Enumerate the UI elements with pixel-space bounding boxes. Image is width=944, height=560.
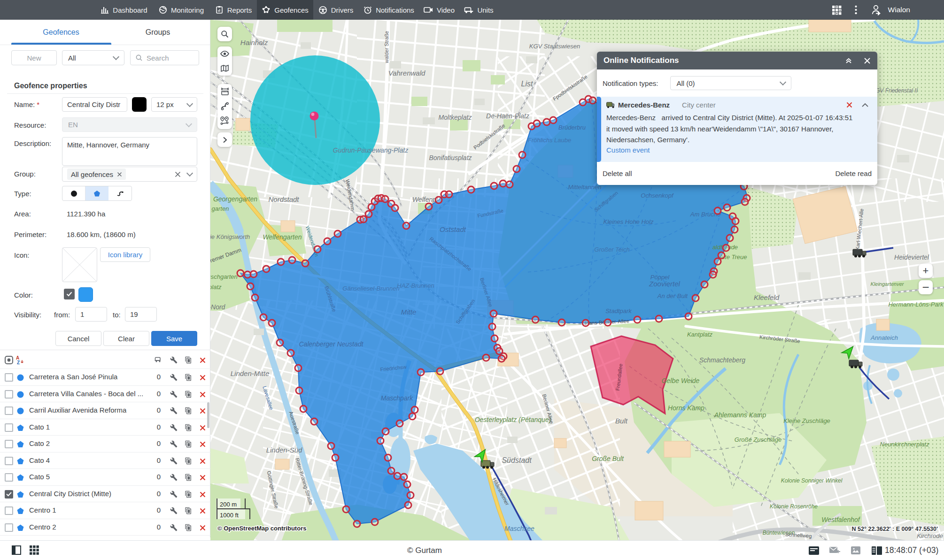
svg-text:Oststadt: Oststadt (440, 225, 466, 233)
svg-text:Kleefeld: Kleefeld (754, 293, 780, 301)
svg-text:KGV Staatswiesen: KGV Staatswiesen (529, 43, 580, 50)
svg-text:N 52° 22.3622' : E 009° 47.553: N 52° 22.3622' : E 009° 47.5530' (852, 526, 938, 532)
svg-text:Kantplatz: Kantplatz (687, 331, 713, 338)
svg-text:Hermann-Löns-Park: Hermann-Löns-Park (888, 301, 944, 308)
svg-text:200 m: 200 m (220, 501, 237, 508)
svg-text:HAZ-Brunnen: HAZ-Brunnen (397, 282, 434, 289)
svg-text:walder Straße: walder Straße (384, 31, 389, 63)
svg-text:tplatz: tplatz (210, 284, 222, 291)
svg-text:Gelbe Weide: Gelbe Weide (662, 377, 700, 384)
svg-text:KGV Friedenstal II: KGV Friedenstal II (872, 87, 918, 94)
svg-text:Ochsenkopf: Ochsenkopf (641, 192, 674, 199)
svg-text:Westfalenhof: Westfalenhof (821, 516, 861, 523)
svg-text:Große Bult: Große Bult (592, 455, 624, 462)
svg-text:Kirchrode: Kirchrode (917, 532, 943, 539)
svg-text:Ahlemanns Kamp: Ahlemanns Kamp (714, 411, 766, 419)
svg-text:Hainholz: Hainholz (240, 38, 268, 46)
svg-text:Kleines Hohe Holz: Kleines Hohe Holz (604, 218, 654, 225)
svg-text:Stadtpark: Stadtpark (605, 307, 632, 315)
svg-text:Bult: Bult (615, 417, 628, 425)
svg-text:Welfenpl: Welfenpl (412, 196, 438, 203)
svg-text:Kolonie Sonniger Winkel: Kolonie Sonniger Winkel (781, 477, 843, 484)
svg-text:Mitteltannen: Mitteltannen (568, 184, 602, 191)
svg-text:Neunkirchnerplatz: Neunkirchnerplatz (880, 441, 929, 448)
svg-text:Bonifatiusplatz: Bonifatiusplatz (429, 154, 472, 161)
svg-text:Brüderbru: Brüderbru (558, 124, 586, 131)
svg-text:Oesterleyplatz (Pétanque): Oesterleyplatz (Pétanque) (475, 416, 551, 423)
svg-text:Moltkeplatz: Moltkeplatz (439, 114, 472, 121)
svg-text:Welfengarten: Welfengarten (263, 233, 302, 241)
svg-text:Pöppel: Pöppel (650, 274, 670, 281)
svg-text:Südstadt: Südstadt (502, 456, 532, 464)
svg-text:Calenberger Neustadt: Calenberger Neustadt (299, 340, 364, 348)
svg-text:Nordstadt: Nordstadt (268, 195, 299, 203)
svg-text:Mitte: Mitte (401, 308, 417, 316)
svg-text:Heideviertel: Heideviertel (894, 253, 929, 261)
svg-text:n-Nord: n-Nord (210, 303, 226, 311)
svg-text:Schmachteberg: Schmachteberg (699, 356, 745, 364)
svg-text:garten: garten (212, 205, 229, 212)
svg-text:Z: Z (17, 360, 20, 365)
svg-text:Vahrenwald: Vahrenwald (388, 69, 426, 77)
svg-text:1000 ft: 1000 ft (220, 512, 239, 519)
svg-text:Maschpark: Maschpark (381, 394, 413, 402)
svg-text:Annateich: Annateich (870, 334, 898, 341)
svg-text:Zooviertel: Zooviertel (649, 280, 681, 288)
svg-text:buschgarten: buschgarten (210, 273, 238, 280)
svg-text:Gudrun-Pausewang-Platz: Gudrun-Pausewang-Platz (333, 146, 408, 154)
svg-text:De-Haën-Platz: De-Haën-Platz (486, 112, 529, 120)
svg-text:Horns Kamp: Horns Kamp (668, 404, 704, 412)
svg-text:Linden-Süd: Linden-Süd (266, 446, 302, 454)
svg-text:Kleingartenver: Kleingartenver (871, 281, 905, 287)
svg-text:Linden-Mitte: Linden-Mitte (231, 369, 270, 377)
svg-text:nie Königsworth: nie Königsworth (210, 233, 250, 240)
svg-text:Große Zuschläge: Große Zuschläge (735, 436, 782, 443)
svg-text:List: List (521, 80, 533, 88)
svg-text:Großer Teich: Großer Teich (594, 246, 629, 253)
svg-text:Fröhlichs Laube: Fröhlichs Laube (528, 137, 572, 144)
svg-text:Gänseliesel-Brunnen: Gänseliesel-Brunnen (342, 285, 399, 292)
svg-text:An der Bult: An der Bult (657, 292, 689, 299)
svg-text:Maschsee: Maschsee (504, 525, 534, 532)
svg-text:Kleine Zuschläge: Kleine Zuschläge (783, 417, 830, 424)
svg-text:Kolonie Rosenröhe: Kolonie Rosenröhe (770, 503, 818, 510)
svg-text:Georgengarten: Georgengarten (213, 195, 257, 203)
svg-text:© OpenStreetMap contributors: © OpenStreetMap contributors (217, 525, 306, 532)
